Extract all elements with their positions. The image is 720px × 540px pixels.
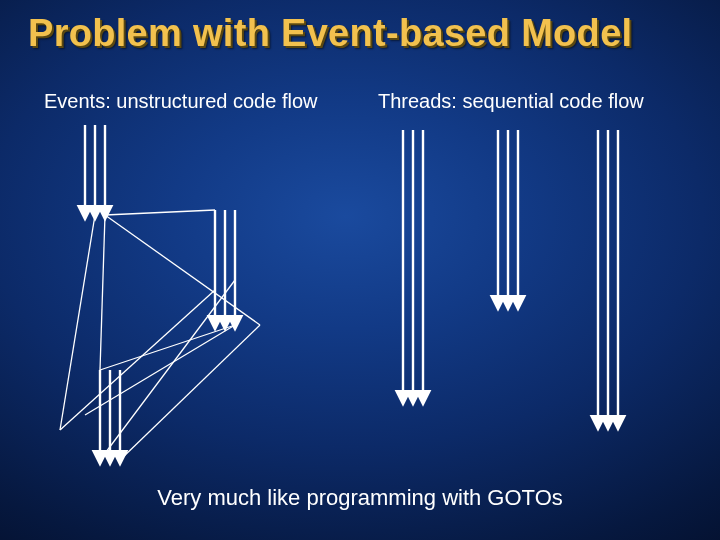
diagram-svg: [0, 0, 720, 540]
svg-line-2: [105, 215, 260, 325]
svg-line-5: [120, 325, 260, 460]
svg-line-1: [100, 215, 105, 370]
svg-line-0: [105, 210, 215, 215]
slide: Problem with Event-based Model Events: u…: [0, 0, 720, 540]
svg-line-3: [100, 325, 235, 370]
events-lines-group: [60, 210, 260, 460]
footer-text: Very much like programming with GOTOs: [0, 485, 720, 511]
svg-line-6: [60, 215, 95, 430]
threads-arrows-group: [403, 130, 618, 425]
